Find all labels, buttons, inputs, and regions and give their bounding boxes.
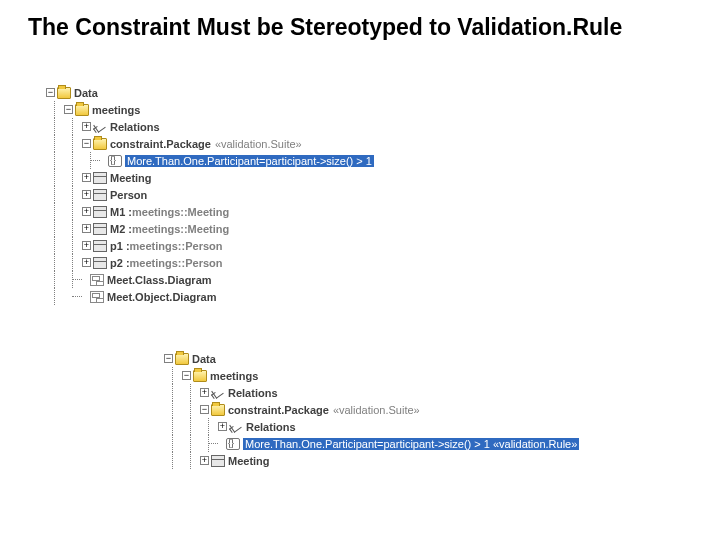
- tree-label: meetings: [92, 104, 140, 116]
- object-icon: [93, 240, 107, 252]
- page-title: The Constraint Must be Stereotyped to Va…: [0, 0, 720, 41]
- minus-expander-icon[interactable]: −: [82, 139, 91, 148]
- tree-label: constraint.Package: [228, 404, 329, 416]
- tree-label: Person: [110, 189, 147, 201]
- folder-icon: [193, 370, 207, 382]
- tree-row-relations[interactable]: + Relations: [164, 384, 579, 401]
- object-icon: [93, 206, 107, 218]
- tree-row-relations[interactable]: + Relations: [46, 118, 374, 135]
- minus-expander-icon[interactable]: −: [164, 354, 173, 363]
- tree-label-selected: More.Than.One.Participant=participant->s…: [125, 155, 374, 167]
- folder-icon: [75, 104, 89, 116]
- constraint-icon: [226, 438, 240, 450]
- tree-label: Relations: [110, 121, 160, 133]
- tree-label: Meet.Class.Diagram: [107, 274, 212, 286]
- plus-expander-icon[interactable]: +: [82, 224, 91, 233]
- tree-label: M1 :: [110, 206, 132, 218]
- minus-expander-icon[interactable]: −: [182, 371, 191, 380]
- tree-label-selected: More.Than.One.Participant=participant->s…: [243, 438, 579, 450]
- tree-row-person[interactable]: + Person: [46, 186, 374, 203]
- plus-expander-icon[interactable]: +: [82, 207, 91, 216]
- tree-row-data[interactable]: − Data: [46, 84, 374, 101]
- tree-row-constraint-package[interactable]: − constraint.Package «validation.Suite»: [164, 401, 579, 418]
- plus-expander-icon[interactable]: +: [82, 190, 91, 199]
- folder-icon: [175, 353, 189, 365]
- tree-label: Relations: [228, 387, 278, 399]
- tree-label: p2 :: [110, 257, 130, 269]
- diagram-icon: [90, 274, 104, 286]
- constraint-icon: [108, 155, 122, 167]
- tree-row-meet-class-diagram[interactable]: Meet.Class.Diagram: [46, 271, 374, 288]
- tree-label: constraint.Package: [110, 138, 211, 150]
- stereotype-label: «validation.Suite»: [333, 404, 420, 416]
- minus-expander-icon[interactable]: −: [64, 105, 73, 114]
- tree-label: Data: [74, 87, 98, 99]
- tree-row-meet-object-diagram[interactable]: Meet.Object.Diagram: [46, 288, 374, 305]
- tree-label: Meeting: [110, 172, 152, 184]
- tree-row-meetings[interactable]: − meetings: [164, 367, 579, 384]
- tree-label: M2 :: [110, 223, 132, 235]
- tree-row-m2[interactable]: + M2 : meetings::Meeting: [46, 220, 374, 237]
- object-icon: [93, 257, 107, 269]
- tree-row-more-than-one[interactable]: More.Than.One.Participant=participant->s…: [46, 152, 374, 169]
- folder-icon: [93, 138, 107, 150]
- tree-label: Relations: [246, 421, 296, 433]
- relations-icon: [229, 421, 243, 433]
- plus-expander-icon[interactable]: +: [200, 388, 209, 397]
- tree-row-more-than-one[interactable]: More.Than.One.Participant=participant->s…: [164, 435, 579, 452]
- folder-icon: [57, 87, 71, 99]
- tree-row-meetings[interactable]: − meetings: [46, 101, 374, 118]
- plus-expander-icon[interactable]: +: [218, 422, 227, 431]
- tree-row-data[interactable]: − Data: [164, 350, 579, 367]
- plus-expander-icon[interactable]: +: [82, 173, 91, 182]
- class-icon: [93, 189, 107, 201]
- tree-label: Data: [192, 353, 216, 365]
- tree-row-constraint-package[interactable]: − constraint.Package «validation.Suite»: [46, 135, 374, 152]
- tree-row-p2[interactable]: + p2 : meetings::Person: [46, 254, 374, 271]
- relations-icon: [211, 387, 225, 399]
- diagram-icon: [90, 291, 104, 303]
- tree-row-p1[interactable]: + p1 : meetings::Person: [46, 237, 374, 254]
- tree-type: meetings::Person: [130, 240, 223, 252]
- plus-expander-icon[interactable]: +: [82, 258, 91, 267]
- class-icon: [93, 172, 107, 184]
- plus-expander-icon[interactable]: +: [82, 241, 91, 250]
- folder-icon: [211, 404, 225, 416]
- tree-row-m1[interactable]: + M1 : meetings::Meeting: [46, 203, 374, 220]
- minus-expander-icon[interactable]: −: [200, 405, 209, 414]
- tree-label: meetings: [210, 370, 258, 382]
- tree-row-relations-inner[interactable]: + Relations: [164, 418, 579, 435]
- class-icon: [211, 455, 225, 467]
- object-icon: [93, 223, 107, 235]
- tree-row-meeting[interactable]: + Meeting: [46, 169, 374, 186]
- tree-label: Meeting: [228, 455, 270, 467]
- tree-label: Meet.Object.Diagram: [107, 291, 216, 303]
- tree-view-1: − Data − meetings + Relations − constrai…: [46, 84, 374, 305]
- tree-type: meetings::Person: [130, 257, 223, 269]
- tree-label: p1 :: [110, 240, 130, 252]
- tree-type: meetings::Meeting: [132, 223, 229, 235]
- tree-view-2: − Data − meetings + Relations − constrai…: [164, 350, 579, 469]
- minus-expander-icon[interactable]: −: [46, 88, 55, 97]
- plus-expander-icon[interactable]: +: [82, 122, 91, 131]
- stereotype-label: «validation.Suite»: [215, 138, 302, 150]
- relations-icon: [93, 121, 107, 133]
- tree-type: meetings::Meeting: [132, 206, 229, 218]
- tree-row-meeting[interactable]: + Meeting: [164, 452, 579, 469]
- plus-expander-icon[interactable]: +: [200, 456, 209, 465]
